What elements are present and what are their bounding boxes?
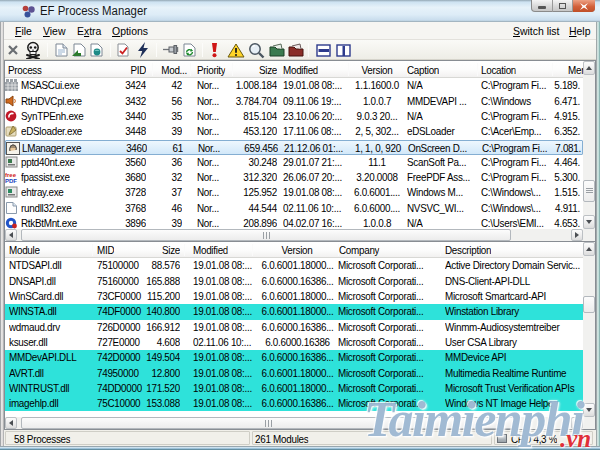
svg-text:PDF: PDF (5, 178, 17, 184)
